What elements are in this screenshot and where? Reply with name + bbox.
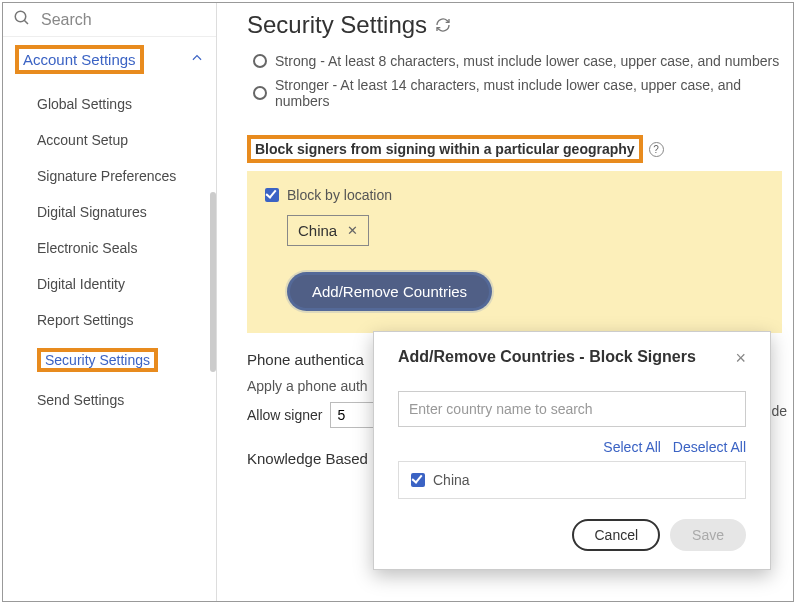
radio-strong-label: Strong - At least 8 characters, must inc…	[275, 53, 779, 69]
radio-icon	[253, 86, 267, 100]
country-list: China	[398, 461, 746, 499]
svg-line-1	[24, 20, 28, 24]
geo-heading: Block signers from signing within a part…	[255, 141, 635, 157]
sidebar-item-account-setup[interactable]: Account Setup	[3, 122, 216, 158]
search-placeholder: Search	[41, 11, 92, 29]
select-all-link[interactable]: Select All	[603, 439, 661, 455]
geo-panel: Block by location China ✕ Add/Remove Cou…	[247, 171, 782, 333]
add-remove-countries-button[interactable]: Add/Remove Countries	[287, 272, 492, 311]
deselect-all-link[interactable]: Deselect All	[673, 439, 746, 455]
radio-stronger-label: Stronger - At least 14 characters, must …	[275, 77, 787, 109]
sidebar-item-electronic-seals[interactable]: Electronic Seals	[3, 230, 216, 266]
sidebar-item-send-settings[interactable]: Send Settings	[3, 382, 216, 418]
country-search-input[interactable]	[398, 391, 746, 427]
block-by-location-row[interactable]: Block by location	[265, 187, 764, 203]
radio-stronger[interactable]: Stronger - At least 14 characters, must …	[247, 73, 793, 113]
sidebar-scrollbar[interactable]	[210, 192, 216, 372]
sidebar-item-global-settings[interactable]: Global Settings	[3, 86, 216, 122]
page-title-text: Security Settings	[247, 11, 427, 39]
remove-chip-icon[interactable]: ✕	[347, 223, 358, 238]
page-title: Security Settings	[247, 11, 793, 39]
allow-signer-input[interactable]	[330, 402, 376, 428]
sidebar-item-digital-signatures[interactable]: Digital Signatures	[3, 194, 216, 230]
nav-list: Global Settings Account Setup Signature …	[3, 82, 216, 422]
modal-title: Add/Remove Countries - Block Signers	[398, 348, 696, 366]
cancel-button[interactable]: Cancel	[572, 519, 660, 551]
add-remove-countries-modal: Add/Remove Countries - Block Signers × S…	[373, 331, 771, 570]
chevron-up-icon	[190, 51, 204, 68]
sidebar-item-report-settings[interactable]: Report Settings	[3, 302, 216, 338]
geo-section-header: Block signers from signing within a part…	[247, 135, 793, 163]
sidebar: Search Account Settings Global Settings …	[3, 3, 217, 601]
block-by-location-label: Block by location	[287, 187, 392, 203]
checkbox-checked-icon	[411, 473, 425, 487]
country-item-label: China	[433, 472, 470, 488]
country-chip-china: China ✕	[287, 215, 369, 246]
search-bar[interactable]: Search	[3, 3, 216, 37]
sidebar-section-header[interactable]: Account Settings	[3, 37, 216, 82]
sidebar-item-security-settings[interactable]: Security Settings	[3, 338, 216, 382]
country-item-china[interactable]: China	[411, 472, 733, 488]
sidebar-title: Account Settings	[23, 51, 136, 68]
allow-signer-label: Allow signer	[247, 407, 322, 423]
radio-strong[interactable]: Strong - At least 8 characters, must inc…	[247, 49, 793, 73]
radio-icon	[253, 54, 267, 68]
checkbox-checked-icon	[265, 188, 279, 202]
help-icon[interactable]: ?	[649, 142, 664, 157]
sidebar-item-signature-preferences[interactable]: Signature Preferences	[3, 158, 216, 194]
country-chip-label: China	[298, 222, 337, 239]
save-button: Save	[670, 519, 746, 551]
close-icon[interactable]: ×	[735, 348, 746, 369]
refresh-icon[interactable]	[435, 11, 451, 39]
sidebar-item-digital-identity[interactable]: Digital Identity	[3, 266, 216, 302]
svg-point-0	[15, 11, 26, 22]
search-icon	[13, 9, 31, 30]
